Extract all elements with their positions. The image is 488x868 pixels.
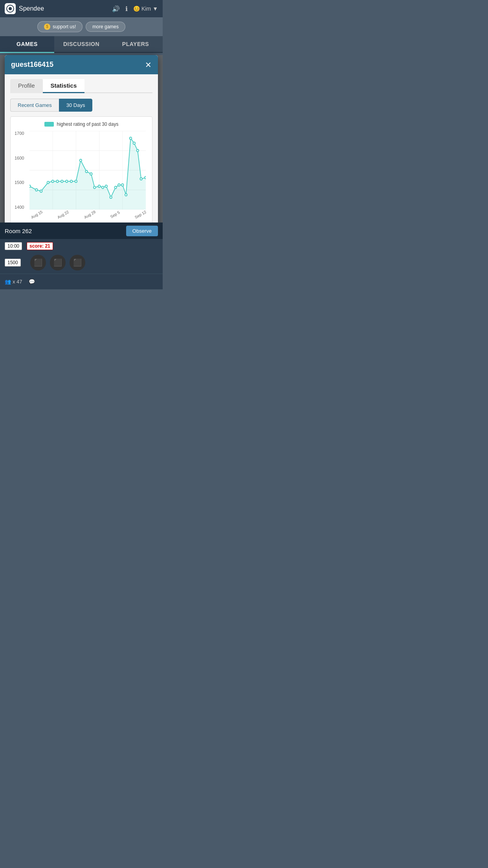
svg-point-35 xyxy=(137,149,139,152)
svg-point-11 xyxy=(29,185,31,188)
chart-legend: highest rating of past 30 days xyxy=(14,121,149,127)
sub-tab-recent-games[interactable]: Recent Games xyxy=(10,99,59,112)
app-name: Spendee xyxy=(19,5,44,12)
svg-point-37 xyxy=(145,177,146,179)
top-bar: Spendee 🔊 ℹ 😊 Kim ▼ xyxy=(0,0,163,17)
modal-close-button[interactable]: ✕ xyxy=(145,61,152,69)
svg-point-27 xyxy=(105,185,108,188)
support-button[interactable]: $ support us! xyxy=(37,21,83,32)
dropdown-icon: ▼ xyxy=(152,6,158,12)
support-label: support us! xyxy=(53,24,76,29)
chat-icon: 💬 xyxy=(29,279,35,285)
svg-point-22 xyxy=(85,170,88,173)
x-label-aug15: Aug 15 xyxy=(30,210,43,219)
svg-point-29 xyxy=(114,186,117,189)
legend-color xyxy=(44,122,54,127)
svg-point-31 xyxy=(121,184,124,186)
user-menu[interactable]: 😊 Kim ▼ xyxy=(133,6,158,12)
sub-tabs: Recent Games 30 Days xyxy=(10,99,152,112)
svg-point-12 xyxy=(35,189,38,191)
modal-overlay: guest166415 ✕ Profile Statistics Recent … xyxy=(0,55,163,223)
room-rating: 1500 ⬛ ⬛ ⬛ xyxy=(0,253,163,275)
x-label-sep5: Sep 5 xyxy=(110,210,121,219)
chart-area: 1700 1600 1500 1400 xyxy=(29,131,146,225)
bottom-section: Room 262 Observe 10:00 score: 21 1500 ⬛ … xyxy=(0,223,163,289)
timer-badge: 10:00 xyxy=(5,242,22,250)
svg-point-19 xyxy=(70,180,73,182)
more-games-button[interactable]: more games xyxy=(86,22,125,32)
app-logo xyxy=(5,3,16,14)
players-count-text: x 47 xyxy=(13,279,22,285)
svg-point-1 xyxy=(9,7,12,10)
svg-point-24 xyxy=(94,186,96,189)
svg-point-23 xyxy=(90,173,92,175)
svg-point-18 xyxy=(66,180,68,182)
status-bar: 👥 x 47 💬 xyxy=(0,274,163,289)
y-axis-labels: 1700 1600 1500 1400 xyxy=(15,131,24,210)
game-icons: ⬛ ⬛ ⬛ xyxy=(26,253,90,272)
profile-tabs: Profile Statistics xyxy=(10,79,152,93)
x-label-aug29: Aug 29 xyxy=(83,210,96,219)
svg-point-34 xyxy=(133,142,136,144)
svg-point-16 xyxy=(56,180,59,182)
chart-container: highest rating of past 30 days 1700 1600… xyxy=(10,116,152,229)
y-label-1600: 1600 xyxy=(15,156,24,160)
support-bar: $ support us! more games xyxy=(0,17,163,36)
score-badge: score: 21 xyxy=(27,242,53,250)
info-icon[interactable]: ℹ xyxy=(125,5,128,13)
rating-badge: 1500 xyxy=(5,259,21,267)
top-bar-right: 🔊 ℹ 😊 Kim ▼ xyxy=(112,5,158,13)
svg-point-32 xyxy=(125,194,127,196)
tab-discussion[interactable]: DISCUSSION xyxy=(54,36,108,52)
svg-point-15 xyxy=(51,180,54,182)
room-bar: Room 262 Observe xyxy=(0,223,163,239)
svg-point-14 xyxy=(47,181,50,184)
svg-point-36 xyxy=(140,178,142,180)
room-name: Room 262 xyxy=(5,228,32,234)
x-label-aug22: Aug 22 xyxy=(57,210,70,219)
players-count: 👥 x 47 xyxy=(5,279,22,285)
sub-tab-30days[interactable]: 30 Days xyxy=(59,99,93,112)
svg-point-21 xyxy=(79,159,82,162)
observe-button[interactable]: Observe xyxy=(126,226,158,236)
game-icon-2[interactable]: ⬛ xyxy=(50,255,66,270)
svg-point-30 xyxy=(118,184,120,186)
volume-icon[interactable]: 🔊 xyxy=(112,5,120,13)
user-modal: guest166415 ✕ Profile Statistics Recent … xyxy=(5,55,158,234)
game-icon-3[interactable]: ⬛ xyxy=(70,255,85,270)
modal-header: guest166415 ✕ xyxy=(5,55,158,74)
svg-point-26 xyxy=(102,186,104,189)
y-label-1400: 1400 xyxy=(15,205,24,210)
chat-icon-item[interactable]: 💬 xyxy=(29,279,35,285)
coin-icon: $ xyxy=(44,24,50,30)
y-label-1700: 1700 xyxy=(15,131,24,136)
tab-profile[interactable]: Profile xyxy=(10,79,43,93)
x-label-sep12: Sep 12 xyxy=(134,210,147,219)
svg-point-20 xyxy=(75,180,77,182)
svg-point-33 xyxy=(130,137,132,140)
username: Kim xyxy=(141,6,151,12)
svg-point-13 xyxy=(40,190,42,192)
modal-title: guest166415 xyxy=(11,61,53,69)
legend-label: highest rating of past 30 days xyxy=(57,121,119,127)
y-label-1500: 1500 xyxy=(15,180,24,185)
user-avatar-icon: 😊 xyxy=(133,6,140,12)
modal-body: Profile Statistics Recent Games 30 Days … xyxy=(5,74,158,234)
more-games-label: more games xyxy=(92,24,119,29)
svg-point-28 xyxy=(110,196,112,199)
tab-statistics[interactable]: Statistics xyxy=(43,79,85,93)
svg-point-25 xyxy=(98,185,101,188)
game-icon-1[interactable]: ⬛ xyxy=(30,255,46,270)
nav-tabs: GAMES DISCUSSION PLAYERS xyxy=(0,36,163,53)
top-bar-left: Spendee xyxy=(5,3,44,14)
tab-games[interactable]: GAMES xyxy=(0,36,54,53)
room-info: 10:00 score: 21 xyxy=(0,239,163,253)
players-icon: 👥 xyxy=(5,279,11,285)
svg-point-17 xyxy=(61,180,63,182)
tab-players[interactable]: PLAYERS xyxy=(108,36,163,52)
chart-svg xyxy=(29,131,146,210)
x-axis-labels: Aug 15 Aug 22 Aug 29 Sep 5 Sep 12 xyxy=(29,213,146,217)
